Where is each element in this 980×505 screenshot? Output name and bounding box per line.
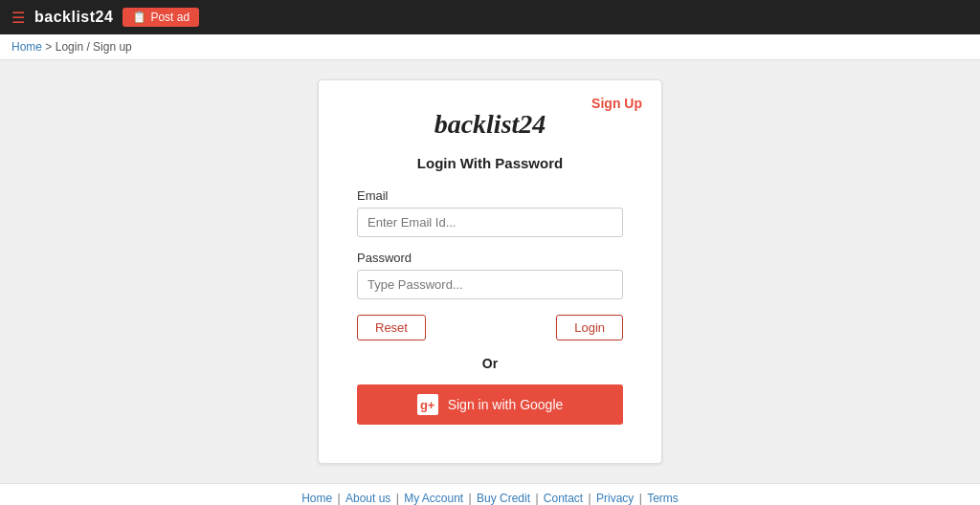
footer-sep-6: | [639, 492, 645, 505]
password-group: Password [357, 251, 623, 299]
footer-link-home[interactable]: Home [301, 492, 332, 505]
google-signin-label: Sign in with Google [448, 397, 564, 412]
footer-sep-1: | [338, 492, 344, 505]
or-divider: Or [357, 356, 623, 371]
main-content: Sign Up backlist24 Login With Password E… [0, 60, 980, 483]
email-input[interactable] [357, 208, 623, 237]
login-button[interactable]: Login [556, 315, 623, 340]
footer-sep-2: | [396, 492, 402, 505]
reset-button[interactable]: Reset [357, 315, 426, 340]
footer-sep-3: | [469, 492, 475, 505]
breadcrumb-separator: > [45, 40, 55, 54]
login-card: Sign Up backlist24 Login With Password E… [318, 79, 662, 464]
footer-link-contact[interactable]: Contact [544, 492, 583, 505]
brand-logo: backlist24 [357, 109, 623, 140]
header-logo: backlist24 [34, 9, 113, 26]
menu-icon[interactable]: ☰ [11, 9, 25, 27]
header: ☰ backlist24 📋 Post ad [0, 0, 980, 34]
footer-link-account[interactable]: My Account [404, 492, 463, 505]
password-input[interactable] [357, 270, 623, 299]
footer: Home | About us | My Account | Buy Credi… [0, 483, 980, 505]
login-title: Login With Password [357, 155, 623, 171]
signup-link[interactable]: Sign Up [591, 96, 642, 111]
email-group: Email [357, 188, 623, 237]
post-ad-button[interactable]: 📋 Post ad [122, 8, 199, 27]
footer-link-about[interactable]: About us [345, 492, 390, 505]
breadcrumb: Home > Login / Sign up [0, 34, 980, 60]
google-signin-button[interactable]: g+ Sign in with Google [357, 384, 623, 425]
password-label: Password [357, 251, 623, 265]
brand-name: backlist24 [434, 109, 546, 139]
email-label: Email [357, 188, 623, 203]
google-icon: g+ [417, 394, 438, 415]
breadcrumb-current: Login / Sign up [56, 40, 132, 54]
footer-sep-4: | [535, 492, 541, 505]
footer-link-privacy[interactable]: Privacy [596, 492, 634, 505]
post-ad-icon: 📋 [132, 11, 146, 24]
form-buttons: Reset Login [357, 315, 623, 340]
footer-link-credit[interactable]: Buy Credit [477, 492, 530, 505]
footer-link-terms[interactable]: Terms [647, 492, 679, 505]
footer-sep-5: | [589, 492, 594, 505]
breadcrumb-home-link[interactable]: Home [11, 40, 42, 54]
